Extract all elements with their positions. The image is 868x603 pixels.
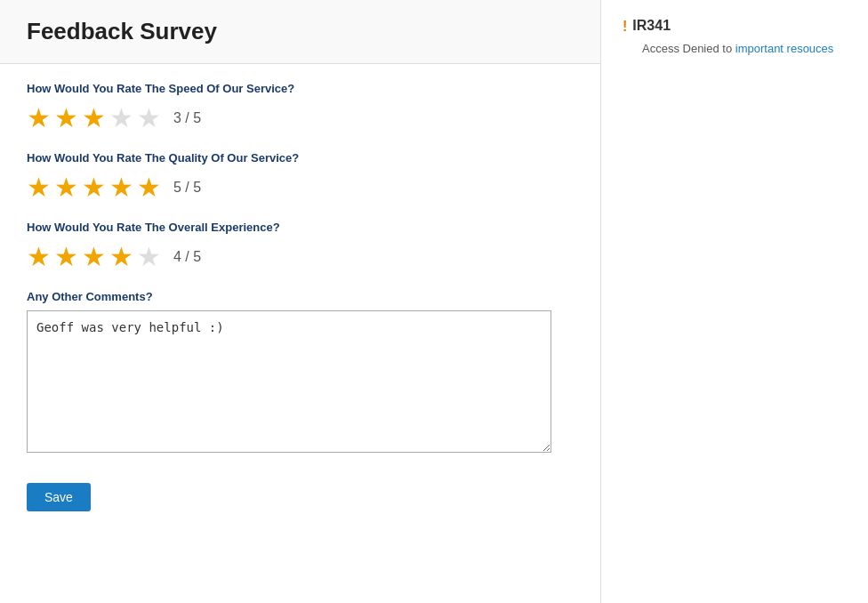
main-panel: Feedback Survey How Would You Rate The S… (0, 0, 601, 603)
side-panel: ! IR341 Access Denied to important resou… (601, 0, 868, 603)
survey-content: How Would You Rate The Speed Of Our Serv… (0, 64, 600, 529)
question-block-0: How Would You Rate The Speed Of Our Serv… (27, 82, 574, 133)
star-1-2[interactable]: ★ (54, 172, 78, 203)
star-score-1: 5 / 5 (173, 180, 201, 196)
comments-textarea[interactable] (27, 310, 551, 453)
comments-block: Any Other Comments? (27, 290, 574, 453)
question-label-2: How Would You Rate The Overall Experienc… (27, 221, 574, 234)
star-2-3[interactable]: ★ (82, 241, 106, 272)
question-label-0: How Would You Rate The Speed Of Our Serv… (27, 82, 574, 95)
star-0-3[interactable]: ★ (82, 102, 106, 133)
star-row-0: ★★★★★3 / 5 (27, 102, 574, 133)
star-0-2[interactable]: ★ (54, 102, 78, 133)
comments-label: Any Other Comments? (27, 290, 574, 303)
star-score-0: 3 / 5 (173, 110, 201, 126)
save-button[interactable]: Save (27, 483, 91, 511)
question-block-1: How Would You Rate The Quality Of Our Se… (27, 151, 574, 203)
star-row-1: ★★★★★5 / 5 (27, 172, 574, 203)
star-0-1[interactable]: ★ (27, 102, 51, 133)
star-row-2: ★★★★★4 / 5 (27, 241, 574, 272)
star-1-4[interactable]: ★ (109, 172, 133, 203)
alert-id: IR341 (632, 18, 671, 34)
star-2-5[interactable]: ★ (137, 241, 161, 272)
star-2-1[interactable]: ★ (27, 241, 51, 272)
star-2-4[interactable]: ★ (109, 241, 133, 272)
page-title: Feedback Survey (27, 18, 574, 45)
star-1-5[interactable]: ★ (137, 172, 161, 203)
question-block-2: How Would You Rate The Overall Experienc… (27, 221, 574, 272)
question-label-1: How Would You Rate The Quality Of Our Se… (27, 151, 574, 165)
star-2-2[interactable]: ★ (54, 241, 78, 272)
star-0-4[interactable]: ★ (109, 102, 133, 133)
alert-row: ! IR341 (623, 18, 847, 35)
star-score-2: 4 / 5 (173, 249, 201, 265)
survey-header: Feedback Survey (0, 0, 600, 64)
alert-message-link[interactable]: important resouces (735, 42, 834, 55)
alert-message: Access Denied to important resouces (642, 42, 847, 55)
alert-message-prefix: Access Denied to (642, 42, 735, 55)
alert-icon: ! (623, 19, 627, 35)
star-0-5[interactable]: ★ (137, 102, 161, 133)
star-1-3[interactable]: ★ (82, 172, 106, 203)
star-1-1[interactable]: ★ (27, 172, 51, 203)
